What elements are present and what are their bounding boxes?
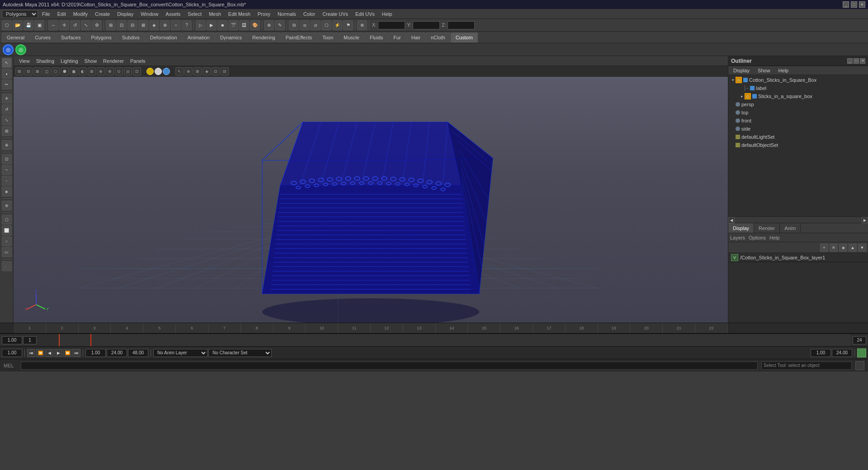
vp-misc4-icon[interactable]: ◈: [203, 67, 211, 75]
tb-misc3-btn[interactable]: ⊗: [357, 20, 367, 30]
vp-misc6-icon[interactable]: ⊟: [221, 67, 229, 75]
menu-create-uvs[interactable]: Create UVs: [319, 10, 351, 18]
y-input[interactable]: [413, 21, 440, 29]
lt-camera-pan[interactable]: 🎥: [2, 261, 12, 271]
x-input[interactable]: [378, 21, 405, 29]
outliner-menu-help[interactable]: Help: [775, 67, 792, 74]
range-end-input-1[interactable]: [107, 349, 127, 357]
vp-display-icon[interactable]: ⊙: [115, 67, 123, 75]
lt-move-tool[interactable]: ✛: [2, 94, 12, 103]
layer-tab-display[interactable]: Display: [728, 223, 754, 233]
tab-fur[interactable]: Fur: [388, 33, 406, 42]
tb-render6-btn[interactable]: 🎨: [250, 20, 260, 30]
menu-window[interactable]: Window: [137, 10, 161, 18]
tab-custom[interactable]: Custom: [451, 33, 478, 42]
tb-save-btn[interactable]: 💾: [24, 20, 33, 30]
menu-color[interactable]: Color: [300, 10, 318, 18]
lt-paint-tool[interactable]: ✏: [2, 80, 12, 89]
tab-toon[interactable]: Toon: [317, 33, 338, 42]
lt-soft-select[interactable]: ⊛: [2, 201, 12, 211]
menu-select[interactable]: Select: [184, 10, 205, 18]
tree-item-sticks[interactable]: ▸ G Sticks_in_a_square_box: [728, 92, 868, 100]
timeline-ticks[interactable]: 1 2 3 4 5 6 7 8 9 10 11 12 13 14 15 16 1…: [14, 323, 728, 333]
vp-menu-panels[interactable]: Panels: [127, 57, 148, 65]
tb-scale-btn[interactable]: ⤡: [81, 20, 91, 30]
outliner-scroll-left[interactable]: ◀: [728, 217, 735, 223]
tb-snap6-btn[interactable]: ⊕: [160, 20, 170, 30]
lt-create-cube[interactable]: ⬜: [2, 226, 12, 235]
vp-misc5-icon[interactable]: ⊡: [212, 67, 220, 75]
vp-menu-lighting[interactable]: Lighting: [58, 57, 81, 65]
vp-persp-icon[interactable]: ⊟: [24, 67, 33, 75]
outliner-hscroll-track[interactable]: [735, 217, 862, 223]
lt-create-cyl[interactable]: ▭: [2, 247, 12, 257]
step-forward-btn[interactable]: ⏩: [63, 349, 71, 357]
layer-row-1[interactable]: V /Cotton_Sticks_in_Square_Box_layer1: [728, 253, 868, 262]
expand-sticks-icon[interactable]: ▸: [739, 94, 745, 99]
vp-misc2-icon[interactable]: ⊕: [184, 67, 193, 75]
vp-pan-icon[interactable]: ⊡: [133, 67, 141, 75]
menu-normals[interactable]: Normals: [274, 10, 299, 18]
menu-display[interactable]: Display: [114, 10, 137, 18]
vp-smooth-icon[interactable]: ⬡: [52, 67, 60, 75]
viewport[interactable]: View Shading Lighting Show Renderer Pane…: [14, 56, 728, 323]
outliner-menu-display[interactable]: Display: [730, 67, 753, 74]
tab-surfaces[interactable]: Surfaces: [56, 33, 85, 42]
tb-snap2-btn[interactable]: ⊡: [117, 20, 127, 30]
tab-hair[interactable]: Hair: [406, 33, 425, 42]
lt-create-poly[interactable]: ⬡: [2, 215, 12, 225]
tb-snap4-btn[interactable]: ⊠: [138, 20, 148, 30]
tab-polygons[interactable]: Polygons: [86, 33, 116, 42]
range-start-input[interactable]: [85, 349, 106, 357]
tb-xform1-btn[interactable]: ⧉: [289, 20, 299, 30]
go-end-btn[interactable]: ⏭: [72, 349, 80, 357]
timeline-scroll-handle[interactable]: [857, 348, 866, 357]
outliner-hscrollbar[interactable]: ◀ ▶: [728, 216, 868, 223]
menu-edit-mesh[interactable]: Edit Mesh: [225, 10, 254, 18]
layer-tab-render[interactable]: Render: [754, 223, 780, 233]
playback-end-input[interactable]: [853, 336, 866, 344]
lt-snap-point[interactable]: ◦: [2, 176, 12, 186]
layer-menu-help[interactable]: Help: [769, 235, 780, 240]
tb-save2-btn[interactable]: ▣: [34, 20, 44, 30]
menu-proxy[interactable]: Proxy: [255, 10, 274, 18]
layer-tab-anim[interactable]: Anim: [780, 223, 801, 233]
tb-move-btn[interactable]: ✛: [59, 20, 69, 30]
layer-menu-options[interactable]: Options: [749, 235, 766, 240]
layer-move-up-btn[interactable]: ▲: [849, 244, 857, 252]
vp-light-blue[interactable]: [163, 68, 170, 75]
playback-start-input[interactable]: [23, 336, 37, 344]
tab-painteffects[interactable]: PaintEffects: [281, 33, 317, 42]
range-end-input-2[interactable]: [128, 349, 148, 357]
menu-edit[interactable]: Edit: [54, 10, 69, 18]
tb-xform4-btn[interactable]: ⬡: [321, 20, 331, 30]
lt-snap-curve[interactable]: ~: [2, 165, 12, 175]
tb-render4-btn[interactable]: 🎬: [228, 20, 238, 30]
tb-snap1-btn[interactable]: ⊞: [106, 20, 116, 30]
tab-general[interactable]: General: [2, 33, 29, 42]
status-progress-icon[interactable]: [855, 361, 864, 370]
lt-snap-grid[interactable]: ⊡: [2, 154, 12, 164]
minimize-button[interactable]: _: [843, 1, 849, 8]
vp-light-yellow[interactable]: [146, 68, 154, 75]
tb-select-btn[interactable]: ⬡: [2, 20, 12, 30]
tb-xform6-btn[interactable]: ⚑: [343, 20, 353, 30]
tb-render1-btn[interactable]: ▷: [196, 20, 206, 30]
play-forward-btn[interactable]: ▶: [54, 349, 62, 357]
tree-item-label[interactable]: ▸ label: [728, 84, 868, 92]
outliner-content[interactable]: ▾ G Cotton_Sticks_in_Square_Box ▸ label …: [728, 75, 868, 216]
vp-cam-icon[interactable]: ⊞: [15, 67, 24, 75]
tb-snap7-btn[interactable]: ○: [171, 20, 181, 30]
vp-menu-view[interactable]: View: [16, 57, 33, 65]
layer-new-btn[interactable]: +: [820, 244, 828, 252]
z-input[interactable]: [448, 21, 475, 29]
vp-menu-show[interactable]: Show: [82, 57, 100, 65]
ql-icon-blue[interactable]: ◎: [3, 44, 14, 55]
vp-light-white[interactable]: [155, 68, 162, 75]
tb-xform3-btn[interactable]: ⧄: [311, 20, 321, 30]
start-time-input[interactable]: [2, 349, 22, 357]
tree-item-front[interactable]: ▸ front: [728, 117, 868, 125]
menu-file[interactable]: File: [39, 10, 53, 18]
tab-curves[interactable]: Curves: [30, 33, 56, 42]
lt-create-sphere[interactable]: ○: [2, 236, 12, 246]
